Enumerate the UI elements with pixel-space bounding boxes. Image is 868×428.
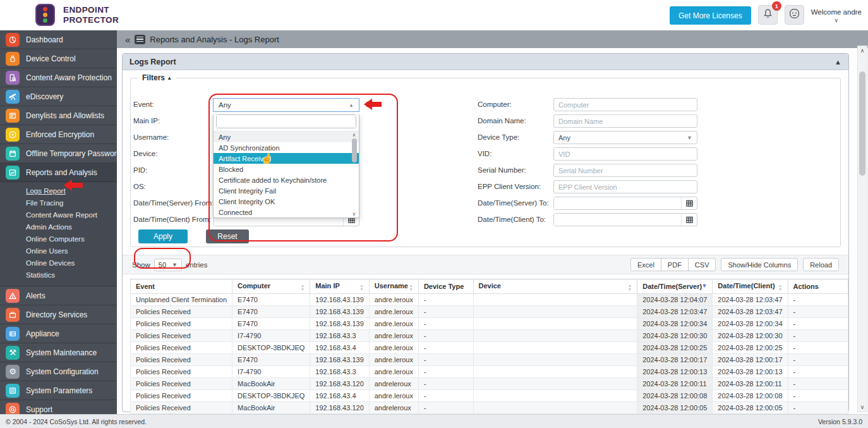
vid-input[interactable]	[553, 147, 697, 161]
label-pid: PID:	[133, 164, 147, 177]
submenu-content-aware-report[interactable]: Content Aware Report	[26, 209, 117, 221]
table-row[interactable]: Policies ReceivedDESKTOP-3BDKJEQ192.168.…	[131, 342, 848, 354]
scroll-down-icon[interactable]: ∨	[353, 211, 356, 217]
col-dt-server[interactable]: ▼Date/Time(Server)	[637, 279, 713, 294]
sidebar-item-reports-and-analysis[interactable]: Reports and Analysis	[0, 163, 117, 182]
dt-client-to-input[interactable]	[554, 214, 681, 226]
submenu-file-tracing[interactable]: File Tracing	[26, 197, 117, 209]
sidebar-item-ediscovery[interactable]: eDiscovery	[0, 87, 117, 106]
dropdown-scrollbar[interactable]: ∧ ∨	[350, 131, 358, 217]
dashboard-pie-icon	[6, 33, 20, 47]
apply-button[interactable]: Apply	[138, 229, 188, 243]
submenu-logs-report[interactable]: Logs Report	[26, 185, 117, 197]
user-menu-button[interactable]	[785, 5, 804, 25]
get-more-licenses-button[interactable]: Get More Licenses	[670, 6, 751, 25]
reload-button[interactable]: Reload	[803, 258, 839, 271]
calendar-icon[interactable]	[681, 214, 697, 226]
dropdown-option-client-integrity-ok[interactable]: Client Integrity OK	[214, 196, 359, 207]
notifications-button[interactable]: 1	[758, 5, 778, 25]
event-dropdown: Any ▲ Any AD Synchronization Artifact Re…	[213, 98, 359, 218]
table-row[interactable]: Policies ReceivedMacBookAir192.168.43.12…	[131, 378, 848, 390]
device-type-select[interactable]: Any▼	[553, 131, 697, 144]
table-row[interactable]: Policies ReceivedI7-4790192.168.43.3 and…	[131, 366, 848, 378]
sidebar-item-alerts[interactable]: Alerts	[0, 286, 117, 305]
telescope-icon	[6, 90, 20, 104]
panel-collapse-icon[interactable]: ▲	[835, 58, 841, 66]
label-dt-client-to: Date/Time(Client) To:	[478, 213, 546, 226]
scroll-down-icon[interactable]: ∨	[860, 404, 865, 410]
dt-client-to-field	[553, 213, 697, 226]
server-icon	[6, 327, 20, 341]
sidebar-item-dashboard[interactable]: Dashboard	[0, 30, 117, 49]
table-row[interactable]: Policies ReceivedE7470192.168.43.139 and…	[131, 306, 848, 318]
table-row[interactable]: Policies ReceivedDESKTOP-3BDKJEQ192.168.…	[131, 390, 848, 402]
show-hide-columns-button[interactable]: Show/Hide Columns	[721, 258, 798, 271]
dropdown-option-ad-synchronization[interactable]: AD Synchronization	[214, 142, 359, 153]
parameters-list-icon	[6, 384, 20, 398]
submenu-online-users[interactable]: Online Users	[26, 245, 117, 257]
export-pdf-button[interactable]: PDF	[661, 258, 689, 271]
domain-name-input[interactable]	[553, 114, 697, 128]
calendar-icon[interactable]	[681, 197, 697, 209]
event-dropdown-search-input[interactable]	[217, 115, 356, 128]
dropdown-option-blocked[interactable]: Blocked	[214, 164, 359, 174]
chevron-down-icon: ∨	[811, 17, 862, 25]
welcome-user[interactable]: Welcome andre ∨	[811, 8, 862, 25]
sidebar-item-content-aware-protection[interactable]: Content Aware Protection	[0, 68, 117, 87]
chevron-down-icon: ▼	[172, 262, 178, 268]
main-scrollbar[interactable]: ∧ ∨	[857, 46, 867, 412]
table-row[interactable]: Policies ReceivedE7470192.168.43.139 and…	[131, 318, 848, 330]
col-device-type[interactable]: Device Type	[418, 279, 473, 294]
table-row[interactable]: Unplanned Client TerminationE7470192.168…	[131, 294, 848, 306]
export-excel-button[interactable]: Excel	[630, 258, 661, 271]
dropdown-option-certificate-added[interactable]: Certificate added to Keychain/store	[214, 174, 359, 185]
chart-report-icon	[6, 166, 20, 180]
sidebar-item-system-parameters[interactable]: System Parameters	[0, 381, 117, 400]
sidebar-item-system-configuration[interactable]: ⚙ System Configuration	[0, 362, 117, 381]
event-dropdown-toggle[interactable]: Any ▲	[213, 98, 359, 112]
scroll-thumb[interactable]	[352, 138, 357, 162]
dropdown-option-any[interactable]: Any	[214, 131, 359, 142]
sidebar-item-directory-services[interactable]: Directory Services	[0, 305, 117, 324]
scroll-up-icon[interactable]: ∧	[860, 47, 865, 54]
epp-client-version-input[interactable]	[553, 180, 697, 193]
sidebar-item-system-maintenance[interactable]: ⚒ System Maintenance	[0, 343, 117, 362]
serial-number-input[interactable]	[553, 164, 697, 177]
collapse-sidebar-icon[interactable]: «	[125, 34, 130, 45]
sort-icon: ▲▼	[359, 284, 363, 291]
table-row[interactable]: Policies ReceivedMacBookAir192.168.43.12…	[131, 402, 848, 414]
col-computer[interactable]: ▲▼Computer	[232, 279, 310, 294]
sidebar-item-device-control[interactable]: Device Control	[0, 49, 117, 68]
submenu-admin-actions[interactable]: Admin Actions	[26, 221, 117, 233]
col-main-ip[interactable]: ▲▼Main IP	[310, 279, 369, 294]
sidebar-item-offline-temporary-password[interactable]: Offline Temporary Password	[0, 144, 117, 163]
col-event[interactable]: Event	[131, 279, 232, 294]
sidebar-item-denylists-allowlists[interactable]: Denylists and Allowlists	[0, 106, 117, 125]
label-device: Device:	[133, 147, 157, 161]
sidebar-nav: Dashboard Device Control Content Aware P…	[0, 30, 117, 414]
dropdown-option-client-integrity-fail[interactable]: Client Integrity Fail	[214, 185, 359, 196]
page-size-select[interactable]: 50▼	[154, 259, 182, 271]
scroll-up-icon[interactable]: ∧	[353, 132, 356, 138]
scroll-thumb[interactable]	[859, 71, 865, 176]
submenu-online-computers[interactable]: Online Computers	[26, 233, 117, 245]
col-dt-client[interactable]: ▲▼Date/Time(Client)	[713, 279, 788, 294]
table-row[interactable]: Policies ReceivedI7-4790192.168.43.3 and…	[131, 330, 848, 342]
computer-input[interactable]	[553, 98, 697, 111]
briefcase-icon	[6, 308, 20, 322]
panel-title: Logs Report	[130, 58, 176, 66]
table-row[interactable]: Policies ReceivedE7470192.168.43.139 and…	[131, 354, 848, 366]
sidebar-item-appliance[interactable]: Appliance	[0, 324, 117, 343]
submenu-online-devices[interactable]: Online Devices	[26, 257, 117, 269]
dropdown-option-artifact-received[interactable]: Artifact Received	[214, 153, 359, 164]
col-device[interactable]: ▲▼Device	[473, 279, 637, 294]
col-username[interactable]: ▲▼Username	[369, 279, 418, 294]
brand-logo: ENDPOINT PROTECTOR	[35, 4, 119, 26]
filters-legend[interactable]: Filters ▲	[138, 73, 176, 82]
dt-server-to-input[interactable]	[554, 197, 681, 209]
reset-button[interactable]: Reset	[206, 229, 249, 243]
submenu-statistics[interactable]: Statistics	[26, 269, 117, 281]
dropdown-option-connected[interactable]: Connected	[214, 207, 359, 217]
sidebar-item-enforced-encryption[interactable]: Enforced Encryption	[0, 125, 117, 144]
export-csv-button[interactable]: CSV	[688, 258, 716, 271]
